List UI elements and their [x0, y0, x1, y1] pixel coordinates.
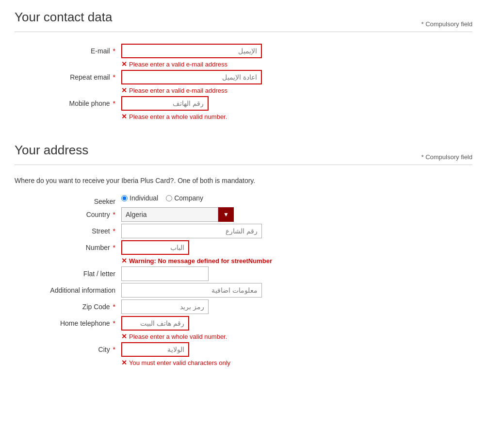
home-telephone-row: Home telephone * ✕ Please enter a whole … — [15, 316, 472, 340]
additional-info-field-wrapper — [121, 283, 262, 298]
contact-divider — [15, 32, 472, 32]
city-field-wrapper: ✕ You must enter valid characters only — [121, 342, 230, 366]
seeker-individual-text: Individual — [130, 194, 158, 202]
seeker-individual-label[interactable]: Individual — [121, 194, 158, 202]
contact-compulsory-note: * Compulsory field — [422, 20, 473, 28]
email-label: E-mail * — [15, 44, 121, 55]
email-input[interactable] — [121, 44, 262, 58]
flat-input[interactable] — [121, 266, 209, 281]
street-input[interactable] — [121, 224, 262, 238]
seeker-company-radio[interactable] — [166, 195, 172, 201]
mobile-phone-error-icon: ✕ — [121, 113, 127, 120]
number-row: Number * ✕ Warning: No message defined f… — [15, 240, 472, 265]
number-input[interactable] — [121, 240, 189, 255]
city-error-icon: ✕ — [121, 359, 127, 366]
contact-section: Your contact data * Compulsory field E-m… — [15, 10, 472, 120]
mobile-phone-field-wrapper: ✕ Please enter a whole valid number. — [121, 96, 227, 120]
city-label: City * — [15, 342, 121, 353]
country-row: Country * Algeria — [15, 207, 472, 222]
email-row: E-mail * ✕ Please enter a valid e-mail a… — [15, 44, 472, 68]
street-field-wrapper — [121, 224, 262, 238]
country-select-wrapper: Algeria — [121, 207, 234, 222]
number-label: Number * — [15, 240, 121, 251]
city-error: ✕ You must enter valid characters only — [121, 359, 230, 366]
street-row: Street * — [15, 224, 472, 238]
contact-section-header: Your contact data * Compulsory field — [15, 10, 472, 28]
country-label: Country * — [15, 207, 121, 218]
country-field-wrapper: Algeria — [121, 207, 234, 222]
zip-code-row: Zip Code * — [15, 299, 472, 314]
repeat-email-error: ✕ Please enter a valid e-mail address — [121, 86, 262, 94]
seeker-row: Seeker Individual Company — [15, 194, 472, 205]
seeker-label: Seeker — [15, 194, 121, 205]
seeker-company-text: Company — [174, 194, 203, 202]
address-section-header: Your address * Compulsory field — [15, 143, 472, 161]
additional-info-label: Additional information — [15, 283, 121, 294]
home-telephone-input[interactable] — [121, 316, 189, 331]
seeker-options: Individual Company — [121, 194, 203, 202]
repeat-email-error-icon: ✕ — [121, 86, 127, 94]
home-telephone-error: ✕ Please enter a whole valid number. — [121, 332, 227, 340]
city-row: City * ✕ You must enter valid characters… — [15, 342, 472, 366]
address-section-title: Your address — [15, 143, 88, 158]
mobile-phone-label: Mobile phone * — [15, 96, 121, 107]
home-telephone-field-wrapper: ✕ Please enter a whole valid number. — [121, 316, 227, 340]
address-section: Your address * Compulsory field Where do… — [15, 143, 472, 366]
additional-info-input[interactable] — [121, 283, 262, 298]
address-divider — [15, 165, 472, 165]
zip-code-field-wrapper — [121, 299, 209, 314]
email-error: ✕ Please enter a valid e-mail address — [121, 60, 262, 68]
mobile-phone-input[interactable] — [121, 96, 209, 111]
street-label: Street * — [15, 224, 121, 235]
email-error-icon: ✕ — [121, 60, 127, 68]
address-compulsory-note: * Compulsory field — [422, 153, 473, 161]
number-warning: ✕ Warning: No message defined for street… — [121, 257, 272, 265]
mobile-phone-error: ✕ Please enter a whole valid number. — [121, 113, 227, 120]
address-info-text: Where do you want to receive your Iberia… — [15, 177, 472, 184]
repeat-email-field-wrapper: ✕ Please enter a valid e-mail address — [121, 70, 262, 94]
flat-field-wrapper — [121, 266, 209, 281]
country-select[interactable]: Algeria — [121, 207, 218, 222]
repeat-email-row: Repeat email * ✕ Please enter a valid e-… — [15, 70, 472, 94]
home-telephone-error-icon: ✕ — [121, 332, 127, 340]
mobile-phone-row: Mobile phone * ✕ Please enter a whole va… — [15, 96, 472, 120]
seeker-company-label[interactable]: Company — [166, 194, 203, 202]
seeker-individual-radio[interactable] — [121, 195, 128, 201]
email-field-wrapper: ✕ Please enter a valid e-mail address — [121, 44, 262, 68]
zip-code-input[interactable] — [121, 299, 209, 314]
repeat-email-input[interactable] — [121, 70, 262, 84]
seeker-field-wrapper: Individual Company — [121, 194, 203, 202]
home-telephone-label: Home telephone * — [15, 316, 121, 327]
contact-section-title: Your contact data — [15, 10, 112, 25]
number-warning-icon: ✕ — [121, 257, 127, 265]
city-input[interactable] — [121, 342, 189, 357]
zip-code-label: Zip Code * — [15, 299, 121, 311]
flat-label: Flat / letter — [15, 266, 121, 278]
additional-info-row: Additional information — [15, 283, 472, 298]
repeat-email-label: Repeat email * — [15, 70, 121, 81]
flat-row: Flat / letter — [15, 266, 472, 281]
country-dropdown-button[interactable] — [218, 207, 234, 222]
number-field-wrapper: ✕ Warning: No message defined for street… — [121, 240, 272, 265]
